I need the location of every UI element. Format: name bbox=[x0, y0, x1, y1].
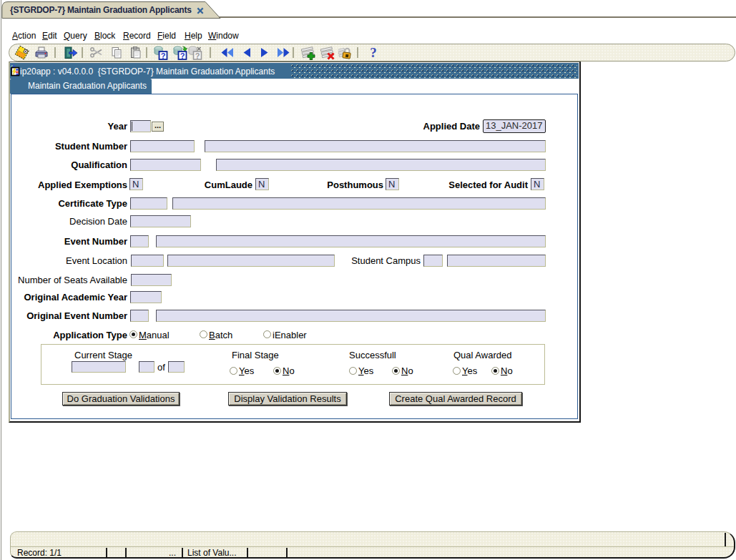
svg-text:?: ? bbox=[161, 51, 166, 60]
svg-text:?: ? bbox=[195, 51, 200, 60]
svg-text:?: ? bbox=[180, 51, 185, 60]
svg-text:?: ? bbox=[370, 45, 377, 60]
